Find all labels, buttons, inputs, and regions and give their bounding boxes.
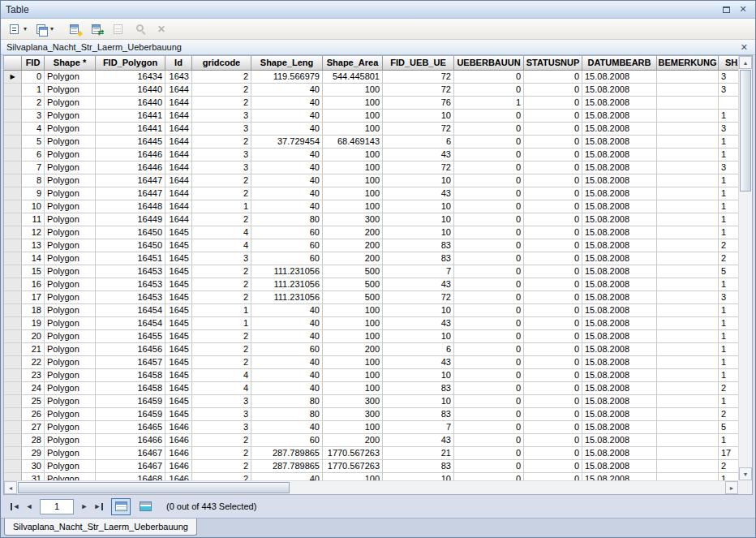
cell[interactable]: 100 xyxy=(323,110,383,123)
cell[interactable]: 1 xyxy=(719,395,738,408)
cell[interactable]: 1 xyxy=(22,84,45,97)
cell[interactable]: 16457 xyxy=(96,356,165,369)
cell[interactable]: 0 xyxy=(524,148,582,161)
cell[interactable]: 0 xyxy=(524,123,582,136)
cell[interactable] xyxy=(657,369,719,382)
cell[interactable]: Polygon xyxy=(45,174,96,187)
cell[interactable]: 16441 xyxy=(96,123,165,136)
cell[interactable]: 1645 xyxy=(165,304,192,317)
cell[interactable]: 0 xyxy=(524,84,582,97)
cell[interactable]: 3 xyxy=(719,84,738,97)
cell[interactable]: Polygon xyxy=(45,408,96,421)
cell[interactable]: 500 xyxy=(323,265,383,278)
cell[interactable]: 16455 xyxy=(96,330,165,343)
cell[interactable]: 16465 xyxy=(96,421,165,434)
cell[interactable]: 100 xyxy=(323,369,383,382)
cell[interactable]: 6 xyxy=(383,136,454,148)
cell[interactable]: 15.08.2008 xyxy=(582,460,657,473)
cell[interactable]: 83 xyxy=(383,252,454,265)
cell[interactable]: 0 xyxy=(454,304,524,317)
cell[interactable] xyxy=(657,304,719,317)
vertical-scroll-thumb[interactable] xyxy=(740,70,751,192)
column-header-bemerkung[interactable]: BEMERKUNG xyxy=(657,56,719,71)
cell[interactable]: 0 xyxy=(454,200,524,213)
cell[interactable]: 2 xyxy=(719,460,738,473)
cell[interactable]: 111.231056 xyxy=(251,278,323,291)
cell[interactable]: 0 xyxy=(524,421,582,434)
cell[interactable]: 80 xyxy=(251,395,323,408)
cell[interactable]: 16446 xyxy=(96,161,165,174)
cell[interactable]: 0 xyxy=(454,187,524,200)
cell[interactable]: 15.08.2008 xyxy=(582,226,657,239)
cell[interactable]: 2 xyxy=(192,136,251,148)
cell[interactable]: 0 xyxy=(454,434,524,447)
cell[interactable]: 40 xyxy=(251,317,323,330)
cell[interactable]: 72 xyxy=(383,161,454,174)
cell[interactable] xyxy=(657,421,719,434)
cell[interactable]: 100 xyxy=(323,161,383,174)
cell[interactable]: 40 xyxy=(251,123,323,136)
cell[interactable]: 40 xyxy=(251,84,323,97)
cell[interactable]: 16454 xyxy=(96,304,165,317)
cell[interactable]: 21 xyxy=(22,343,45,356)
cell[interactable]: 12 xyxy=(22,226,45,239)
cell[interactable]: 2 xyxy=(192,447,251,460)
column-header-ueberbauun[interactable]: UEBERBAUUN xyxy=(454,56,524,71)
cell[interactable]: 0 xyxy=(454,252,524,265)
cell[interactable]: 80 xyxy=(251,213,323,226)
row-selector[interactable]: ▶ xyxy=(4,71,22,84)
cell[interactable]: 2 xyxy=(192,174,251,187)
cell[interactable] xyxy=(657,148,719,161)
select-by-attributes-button[interactable] xyxy=(65,20,85,38)
row-selector[interactable] xyxy=(4,252,22,265)
cell[interactable]: 100 xyxy=(323,382,383,395)
cell[interactable]: 15.08.2008 xyxy=(582,291,657,304)
restore-window-button[interactable] xyxy=(719,3,733,16)
cell[interactable]: 4 xyxy=(22,123,45,136)
cell[interactable] xyxy=(719,97,738,110)
cell[interactable]: Polygon xyxy=(45,304,96,317)
row-selector[interactable] xyxy=(4,161,22,174)
cell[interactable]: 0 xyxy=(524,382,582,395)
cell[interactable]: 43 xyxy=(383,187,454,200)
cell[interactable]: 0 xyxy=(454,369,524,382)
cell[interactable]: 3 xyxy=(192,161,251,174)
cell[interactable]: 3 xyxy=(719,161,738,174)
cell[interactable]: 15 xyxy=(22,265,45,278)
close-table-panel-button[interactable]: ✕ xyxy=(739,42,750,53)
cell[interactable]: 1645 xyxy=(165,382,192,395)
cell[interactable]: 1644 xyxy=(165,174,192,187)
cell[interactable] xyxy=(657,226,719,239)
cell[interactable]: 0 xyxy=(524,447,582,460)
cell[interactable] xyxy=(657,395,719,408)
cell[interactable]: 200 xyxy=(323,252,383,265)
cell[interactable]: 0 xyxy=(524,291,582,304)
cell[interactable]: 3 xyxy=(192,408,251,421)
cell[interactable]: 27 xyxy=(22,421,45,434)
cell[interactable] xyxy=(657,84,719,97)
cell[interactable]: 2 xyxy=(192,434,251,447)
cell[interactable]: 0 xyxy=(524,71,582,84)
cell[interactable]: 60 xyxy=(251,239,323,252)
cell[interactable]: Polygon xyxy=(45,187,96,200)
cell[interactable]: 0 xyxy=(454,343,524,356)
cell[interactable]: 1645 xyxy=(165,408,192,421)
cell[interactable]: 83 xyxy=(383,239,454,252)
cell[interactable]: Polygon xyxy=(45,473,96,480)
cell[interactable] xyxy=(657,460,719,473)
scroll-right-icon[interactable]: ► xyxy=(725,481,738,494)
cell[interactable]: 43 xyxy=(383,317,454,330)
cell[interactable]: 1 xyxy=(719,226,738,239)
cell[interactable]: 1 xyxy=(719,304,738,317)
cell[interactable]: Polygon xyxy=(45,395,96,408)
cell[interactable]: 2 xyxy=(192,460,251,473)
cell[interactable]: 0 xyxy=(524,343,582,356)
cell[interactable]: 29 xyxy=(22,447,45,460)
cell[interactable]: 0 xyxy=(454,356,524,369)
cell[interactable]: 2 xyxy=(192,84,251,97)
cell[interactable]: 0 xyxy=(454,291,524,304)
cell[interactable] xyxy=(657,356,719,369)
cell[interactable]: Polygon xyxy=(45,356,96,369)
row-selector[interactable] xyxy=(4,369,22,382)
cell[interactable]: 4 xyxy=(192,382,251,395)
